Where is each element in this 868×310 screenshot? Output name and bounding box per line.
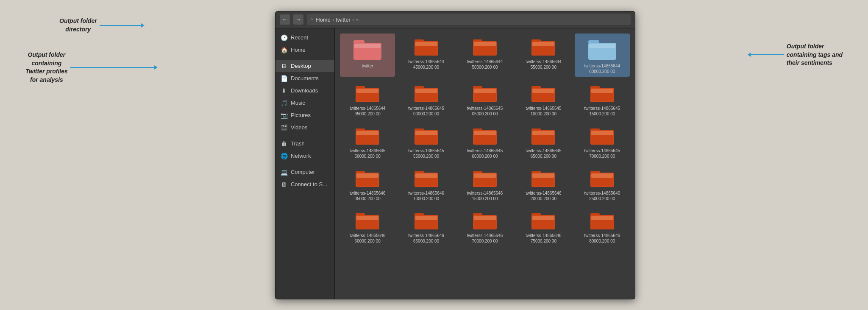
folder-item-f11[interactable]: twitterss-1486564555000.200 00 [398,123,453,162]
sidebar-item-music[interactable]: 🎵Music [275,97,334,109]
sidebar-label-music: Music [291,100,305,106]
breadcrumb-sep1: › [332,17,334,23]
folder-label-f23: twitterss-1486564675000.200 00 [524,233,562,244]
breadcrumb-bar: ⌂ Home › twitter › ~ [307,14,631,25]
folder-item-f1[interactable]: twitterss-1486564445000.200 00 [398,34,453,77]
svg-rect-93 [532,220,554,229]
folder-item-f10[interactable]: twitterss-1486564550000.200 00 [340,123,395,162]
sidebar-icon-videos: 🎬 [281,124,287,131]
folder-item-f17[interactable]: twitterss-1486564615000.200 00 [457,165,512,204]
arrow-line-tags [750,54,784,55]
svg-rect-84 [415,216,437,220]
sidebar-item-pictures[interactable]: 📷Pictures [275,109,334,121]
folder-icon-f1 [414,36,439,57]
svg-rect-29 [474,93,496,101]
folder-item-f23[interactable]: twitterss-1486564675000.200 00 [516,207,571,246]
folder-icon-f18 [531,168,556,189]
sidebar-item-downloads[interactable]: ⬇Downloads [275,85,334,97]
sidebar-item-home[interactable]: 🏠Home [275,44,334,56]
svg-rect-36 [591,89,613,93]
sidebar-icon-computer: 💻 [281,169,287,176]
folder-item-f9[interactable]: twitterss-1486564515000.200 00 [575,80,630,119]
folder-label-f16: twitterss-1486564610000.200 00 [407,190,445,201]
annotation-twitter-profiles-text: Output foldercontainingTwitter profilesf… [25,51,68,84]
folder-icon-f24 [590,210,615,231]
svg-rect-77 [591,178,613,186]
svg-rect-9 [474,42,496,46]
folder-item-f20[interactable]: twitterss-1486564660000.200 00 [340,207,395,246]
sidebar-label-recent: Recent [291,34,308,41]
folder-item-f6[interactable]: twitterss-1486564500000.200 00 [398,80,453,119]
breadcrumb-twitter[interactable]: twitter [336,17,351,23]
folder-item-f2[interactable]: twitterss-1486564450000.200 00 [457,34,512,77]
svg-rect-41 [356,135,378,144]
breadcrumb-home[interactable]: Home [316,17,331,23]
folder-label-f4: twitterss-1486564460000.200 00 [583,63,621,74]
folder-label-f2: twitterss-1486564450000.200 00 [466,59,504,70]
folder-item-f5[interactable]: twitterss-1486564495000.200 00 [340,80,395,119]
sidebar-item-recent[interactable]: 🕐Recent [275,32,334,44]
svg-rect-85 [415,220,437,229]
folder-item-f12[interactable]: twitterss-1486564560000.200 00 [457,123,512,162]
folder-label-f20: twitterss-1486564660000.200 00 [348,233,387,244]
svg-rect-44 [415,131,437,135]
sidebar-icon-documents: 📄 [281,75,287,82]
folder-icon-f12 [472,125,498,146]
svg-rect-33 [532,93,554,101]
folder-item-f24[interactable]: twitterss-1486564680000.200 00 [575,207,630,246]
svg-rect-76 [591,173,613,178]
folder-label-twitter-main: twitter [362,63,373,69]
sidebar-item-documents[interactable]: 📄Documents [275,73,334,84]
folder-item-f22[interactable]: twitterss-1486564670000.200 00 [457,207,512,246]
svg-rect-32 [532,89,554,93]
forward-button[interactable]: → [293,14,303,25]
sidebar-icon-music: 🎵 [281,100,287,106]
folder-item-twitter-main[interactable]: twitter [340,34,395,77]
folder-item-f21[interactable]: twitterss-1486564665000.200 00 [398,207,453,246]
svg-rect-68 [474,173,496,178]
svg-rect-21 [356,93,378,101]
folder-icon-f4 [587,36,617,61]
folder-item-f15[interactable]: twitterss-1486564605000.200 00 [340,165,395,204]
sidebar-icon-desktop: 🖥 [281,63,287,70]
folder-item-f3[interactable]: twitterss-1486564455000.200 00 [516,34,571,77]
svg-rect-24 [415,89,437,93]
twitter-profiles-label: Output foldercontainingTwitter profilesf… [25,51,68,84]
folder-item-f8[interactable]: twitterss-1486564510000.200 00 [516,80,571,119]
sidebar-icon-pictures: 📷 [281,112,287,119]
svg-rect-73 [532,178,554,186]
svg-rect-69 [474,178,496,186]
svg-rect-92 [532,216,554,220]
sidebar-item-videos[interactable]: 🎬Videos [275,122,334,134]
folder-item-f7[interactable]: twitterss-1486564505000.200 00 [457,80,512,119]
folder-item-f4[interactable]: twitterss-1486564460000.200 00 [575,34,630,77]
folder-item-f19[interactable]: twitterss-1486564625000.200 00 [575,165,630,204]
folder-icon-f11 [414,125,439,146]
folder-item-f16[interactable]: twitterss-1486564610000.200 00 [398,165,453,204]
svg-rect-80 [356,216,378,220]
main-body: 🕐Recent🏠Home🖥Desktop📄Documents⬇Downloads… [275,28,635,299]
sidebar-item-computer[interactable]: 💻Computer [275,166,334,178]
svg-rect-96 [591,216,613,220]
folder-icon-f10 [355,125,380,146]
svg-rect-52 [532,131,554,135]
folder-icon-f3 [531,36,556,57]
arrow-line-dir [100,25,142,26]
folder-item-f13[interactable]: twitterss-1486564565000.200 00 [516,123,571,162]
tags-sentiments-label: Output foldercontaining tags andtheir se… [787,42,843,67]
back-button[interactable]: ← [280,14,290,25]
folder-label-f13: twitterss-1486564565000.200 00 [524,148,562,159]
folder-icon-f9 [590,83,615,104]
folder-icon-twitter-main [353,36,382,61]
sidebar-item-trash[interactable]: 🗑Trash [275,138,334,150]
svg-rect-45 [415,135,437,144]
folder-item-f18[interactable]: twitterss-1486564620000.200 00 [516,165,571,204]
folder-label-f18: twitterss-1486564620000.200 00 [524,190,562,201]
sidebar-item-network[interactable]: 🌐Network [275,150,334,162]
sidebar-item-desktop[interactable]: 🖥Desktop [275,60,334,72]
toolbar: ← → ⌂ Home › twitter › ~ [275,11,635,28]
annotation-twitter-profiles: Output foldercontainingTwitter profilesf… [25,51,155,84]
sidebar-item-connect[interactable]: 🖥Connect to S... [275,179,334,190]
folder-item-f14[interactable]: twitterss-1486564570000.200 00 [575,123,630,162]
svg-rect-97 [591,220,613,229]
